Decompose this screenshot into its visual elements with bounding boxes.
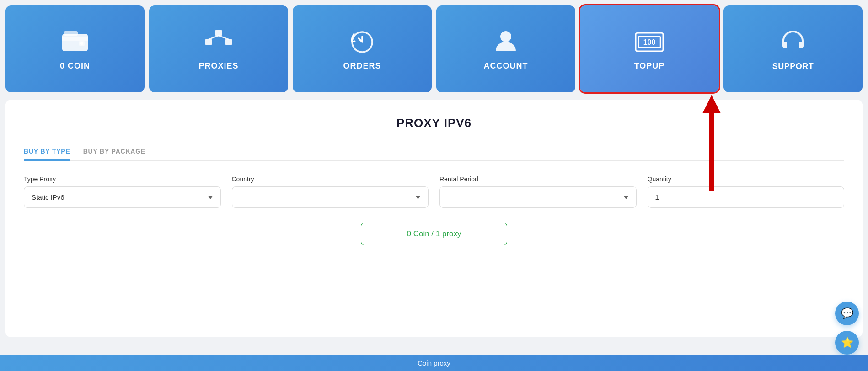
nav-account-label: ACCOUNT	[484, 61, 528, 71]
nav-card-support[interactable]: Support	[723, 5, 863, 92]
svg-rect-2	[64, 31, 78, 36]
svg-rect-7	[225, 39, 232, 45]
country-select[interactable]	[232, 186, 429, 208]
svg-text:100: 100	[643, 38, 656, 46]
tab-buy-type[interactable]: BUY BY TYPE	[24, 143, 70, 161]
support-icon	[780, 29, 806, 55]
svg-rect-6	[205, 39, 212, 45]
svg-rect-5	[215, 30, 222, 36]
nav-card-proxies[interactable]: PROXIES	[149, 5, 288, 92]
footer-label: Coin proxy	[418, 359, 450, 367]
svg-line-9	[219, 36, 229, 39]
form-row: Type Proxy Static IPv6 Country Rental Pe…	[24, 175, 844, 208]
nav-orders-label: ORDERS	[343, 61, 381, 71]
type-proxy-group: Type Proxy Static IPv6	[24, 175, 221, 208]
star-button[interactable]: ⭐	[835, 331, 859, 355]
rental-period-group: Rental Period	[439, 175, 637, 208]
country-group: Country	[232, 175, 429, 208]
nav-card-coin[interactable]: 0 COIN	[5, 5, 145, 92]
nav-topup-label: TOPUP	[634, 61, 665, 71]
proxies-icon	[204, 29, 233, 55]
chat-icon: 💬	[841, 307, 853, 319]
price-button[interactable]: 0 Coin / 1 proxy	[361, 223, 507, 245]
type-proxy-select[interactable]: Static IPv6	[24, 186, 221, 208]
svg-point-11	[500, 31, 511, 42]
top-nav: 0 COIN PROXIES ORDERS	[0, 0, 868, 92]
svg-point-4	[80, 42, 83, 45]
price-row: 0 Coin / 1 proxy	[24, 223, 844, 245]
svg-marker-15	[702, 95, 721, 113]
quantity-input[interactable]: 1	[648, 186, 845, 208]
tab-buy-package[interactable]: BUY BY PACKAGE	[83, 143, 145, 161]
rental-period-label: Rental Period	[439, 175, 637, 183]
svg-line-8	[209, 36, 219, 39]
nav-card-topup[interactable]: 100 TOPUP	[580, 5, 719, 92]
tabs-bar: BUY BY TYPE BUY BY PACKAGE	[24, 143, 844, 161]
account-icon	[494, 29, 518, 55]
nav-coin-label: 0 COIN	[60, 61, 90, 71]
footer-bar: Coin proxy	[0, 355, 868, 371]
country-label: Country	[232, 175, 429, 183]
topup-icon: 100	[634, 29, 665, 55]
nav-card-account[interactable]: ACCOUNT	[436, 5, 575, 92]
nav-card-orders[interactable]: ORDERS	[293, 5, 432, 92]
star-icon: ⭐	[841, 337, 853, 349]
nav-proxies-label: PROXIES	[198, 61, 238, 71]
rental-period-select[interactable]	[439, 186, 637, 208]
nav-support-label: Support	[772, 62, 814, 71]
page-title: PROXY IPV6	[24, 116, 844, 130]
orders-icon	[349, 29, 375, 55]
main-content: PROXY IPV6 BUY BY TYPE BUY BY PACKAGE Ty…	[5, 100, 863, 337]
quantity-label: Quantity	[648, 175, 845, 183]
chat-button[interactable]: 💬	[835, 302, 859, 325]
quantity-group: Quantity 1	[648, 175, 845, 208]
svg-rect-1	[62, 37, 88, 41]
wallet-icon	[61, 29, 89, 55]
type-proxy-label: Type Proxy	[24, 175, 221, 183]
